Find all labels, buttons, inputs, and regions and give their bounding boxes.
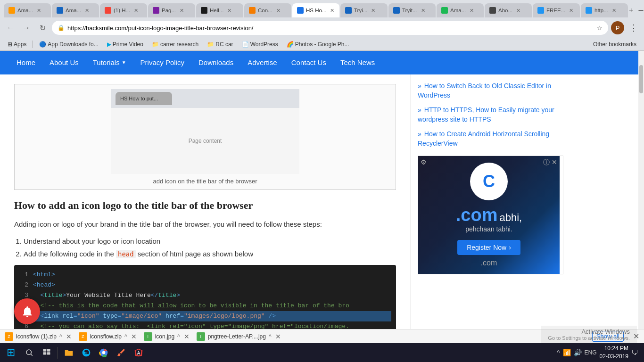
download-item-2[interactable]: Z iconsflow.zip ^ ✕: [79, 332, 137, 341]
reload-button[interactable]: ↻: [36, 21, 49, 34]
download-close-icon[interactable]: ✕: [131, 333, 137, 340]
nav-about[interactable]: About Us: [42, 51, 86, 74]
nav-advertise[interactable]: Advertise: [240, 51, 284, 74]
tray-clock[interactable]: 10:24 PM 02-03-2019: [600, 345, 628, 361]
sidebar-link-2[interactable]: HTTP to HTTPS, How to Easily migrate you…: [418, 106, 563, 124]
tab-close[interactable]: ✕: [134, 8, 138, 14]
sidebar-link-1[interactable]: How to Switch Back to Old Classic Editor…: [418, 82, 563, 100]
download-close-icon[interactable]: ✕: [184, 333, 190, 340]
tab-13[interactable]: http... ✕: [581, 3, 628, 17]
download-close-icon[interactable]: ✕: [275, 333, 281, 340]
time-display: 10:24 PM: [600, 345, 628, 353]
taskbar-search[interactable]: [21, 345, 37, 361]
line-content: <head>: [33, 280, 55, 290]
tab-1[interactable]: Ama... ✕: [4, 3, 51, 17]
tray-chevron[interactable]: ^: [557, 349, 560, 356]
bookmark-apps[interactable]: ⊞ Apps: [4, 40, 30, 49]
ad-cta-button[interactable]: Register Now ›: [457, 240, 520, 255]
expand-icon[interactable]: ^: [177, 333, 180, 340]
ad-close-button[interactable]: ⓘ✕: [543, 158, 557, 167]
tab-7-active[interactable]: HS Ho... ✕: [292, 3, 339, 17]
article-intro: Adding icon or logo of your brand in the…: [14, 219, 396, 230]
tab-close[interactable]: ✕: [330, 8, 334, 14]
nav-downloads[interactable]: Downloads: [191, 51, 240, 74]
download-item-1[interactable]: Z iconsflow (1).zip ^ ✕: [5, 332, 72, 341]
address-bar[interactable]: 🔒 https://hacksmile.com/put-icon-logo-im…: [52, 21, 608, 35]
zip-icon: Z: [5, 332, 13, 341]
doc-icon: 📄: [242, 41, 249, 48]
activate-title: Activate Windows: [548, 328, 630, 335]
tab-9[interactable]: Tryit... ✕: [388, 3, 436, 17]
minimize-button[interactable]: ─: [634, 4, 644, 17]
tray-volume[interactable]: 🔊: [574, 349, 582, 356]
download-item-3[interactable]: I icon.jpg ^ ✕: [144, 332, 190, 341]
tray-network[interactable]: 📶: [563, 349, 571, 356]
tab-close[interactable]: ✕: [227, 8, 231, 14]
ad-settings-icon[interactable]: ⚙: [421, 158, 427, 166]
tab-5[interactable]: Hell... ✕: [196, 3, 243, 17]
other-bookmarks[interactable]: Other bookmarks: [589, 40, 640, 49]
nav-tutorials[interactable]: Tutorials ▼: [86, 51, 133, 74]
new-tab-button[interactable]: +: [629, 4, 633, 17]
tab-8[interactable]: Tryi... ✕: [340, 3, 388, 17]
ad-brand-text: .com abhi,: [456, 205, 522, 225]
article-steps-list: Understand about your logo or icon locat…: [24, 237, 396, 258]
bookmark-wordpress[interactable]: 📄 WordPress: [238, 40, 282, 49]
tab-4[interactable]: Pag... ✕: [148, 3, 195, 17]
tab-label: (1) H...: [114, 8, 130, 13]
start-button[interactable]: ⊞: [2, 345, 19, 361]
taskbar-angular[interactable]: [131, 345, 147, 361]
tab-close[interactable]: ✕: [371, 8, 375, 14]
tray-action-center[interactable]: 🗨: [631, 349, 638, 356]
bookmark-photos[interactable]: 🌈 Photos - Google Ph...: [283, 40, 353, 49]
taskbar-paint[interactable]: [113, 345, 129, 361]
page-scrollbar[interactable]: [638, 51, 644, 329]
main-content: HS How to put... Page content add icon o…: [0, 74, 644, 329]
tab-favicon: [586, 7, 592, 14]
expand-icon[interactable]: ^: [59, 333, 62, 340]
article-area: HS How to put... Page content add icon o…: [0, 74, 410, 329]
article-step-2: Add the following code in the head secti…: [24, 250, 396, 258]
nav-home[interactable]: Home: [9, 51, 42, 74]
profile-button[interactable]: P: [611, 21, 624, 34]
nav-privacy[interactable]: Privacy Policy: [133, 51, 191, 74]
download-close-icon[interactable]: ✕: [66, 333, 72, 340]
tab-close[interactable]: ✕: [180, 8, 184, 14]
expand-icon[interactable]: ^: [269, 333, 272, 340]
nav-tech-news[interactable]: Tech News: [333, 51, 382, 74]
star-icon[interactable]: ☆: [597, 25, 603, 32]
forward-button[interactable]: →: [20, 21, 33, 34]
bookmark-rc[interactable]: 📁 RC car: [203, 40, 237, 49]
tab-close[interactable]: ✕: [516, 8, 520, 14]
tab-close[interactable]: ✕: [470, 8, 474, 14]
tab-10[interactable]: Ama... ✕: [437, 3, 484, 17]
bookmark-carrer[interactable]: 📁 carrer research: [148, 40, 202, 49]
tab-close[interactable]: ✕: [276, 8, 281, 14]
activate-windows-notice: Activate Windows Go to Settings to activ…: [541, 326, 637, 343]
taskbar-chrome[interactable]: [96, 345, 112, 361]
taskbar-file-explorer[interactable]: [61, 345, 77, 361]
tab-close[interactable]: ✕: [421, 8, 425, 14]
expand-icon[interactable]: ^: [124, 333, 127, 340]
tab-11[interactable]: Abo... ✕: [485, 3, 532, 17]
tab-2[interactable]: Ama... ✕: [52, 3, 99, 17]
bookmark-prime[interactable]: ▶ Prime Video: [103, 40, 147, 49]
tray-language[interactable]: ENG: [585, 349, 597, 356]
tab-6[interactable]: Con... ✕: [244, 3, 291, 17]
tab-3[interactable]: (1) H... ✕: [100, 3, 147, 17]
tab-close[interactable]: ✕: [612, 8, 616, 14]
notification-bell[interactable]: [14, 298, 40, 324]
tab-close[interactable]: ✕: [37, 8, 41, 14]
menu-button[interactable]: ⋮: [627, 21, 640, 34]
tab-12[interactable]: FREE... ✕: [533, 3, 580, 17]
taskbar-edge[interactable]: [78, 345, 94, 361]
nav-contact[interactable]: Contact Us: [284, 51, 333, 74]
tab-close[interactable]: ✕: [85, 8, 89, 14]
step-1-text: Understand about your logo or icon locat…: [24, 237, 160, 245]
taskbar-task-view[interactable]: [39, 345, 55, 361]
sidebar-link-3[interactable]: How to Create Android Horizontal Scrolli…: [418, 130, 563, 148]
back-button[interactable]: ←: [4, 21, 17, 34]
tab-close[interactable]: ✕: [569, 8, 573, 14]
download-item-4[interactable]: I pngtree-Letter-AP....jpg ^ ✕: [197, 332, 281, 341]
bookmark-app-downloads[interactable]: 🔵 App Downloads fo...: [35, 40, 102, 49]
